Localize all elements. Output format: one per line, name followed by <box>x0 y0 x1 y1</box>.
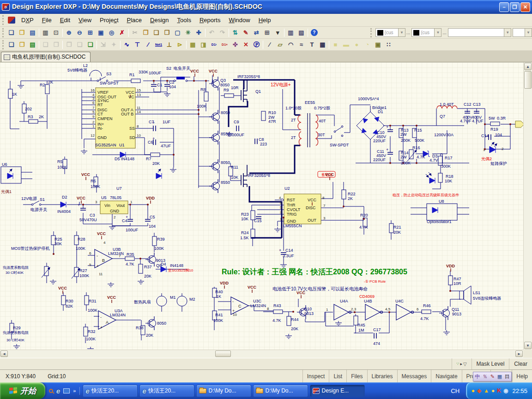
tray-icon-5[interactable]: ◉ <box>503 388 508 393</box>
dropdown-arrow-button[interactable]: ▾ <box>272 28 283 38</box>
quick-launch-overflow-chevron[interactable]: » <box>73 388 76 393</box>
place-bus-button[interactable]: ⊤ <box>132 40 143 50</box>
copy-button[interactable]: ❐ <box>140 28 151 38</box>
draw-arc-button[interactable]: ◠ <box>285 40 296 50</box>
tray-icon-1[interactable]: ◆ <box>477 388 481 393</box>
menu-item-window[interactable]: Window <box>224 15 254 25</box>
place-no-erc-button[interactable]: ✕ <box>241 40 251 50</box>
scale-combo-arrow[interactable]: ▼ <box>525 29 532 36</box>
place-net-label-button[interactable]: Net1 <box>153 40 164 50</box>
langbar-icon-3[interactable]: ▦ <box>497 374 502 380</box>
print-button[interactable]: ▥ <box>40 28 51 38</box>
panel-tab-messages[interactable]: Messages <box>397 370 431 382</box>
scroll-down-arrow[interactable]: ▼ <box>524 342 532 349</box>
draw-pie-button[interactable]: ◔ <box>362 40 373 50</box>
schematic-editor-area[interactable]: L25V8蜂鸣器S3SW-SPSTR1330K100UFC1C2104S2电鱼开… <box>0 62 532 358</box>
taskbar-window-1[interactable]: e快活王20... <box>139 385 194 397</box>
tray-icon-3[interactable]: ● <box>491 388 495 393</box>
draw-line-button[interactable]: ∕ <box>264 40 275 50</box>
save-all-button[interactable]: ▤ <box>27 40 38 50</box>
place-sheet-entry-button[interactable]: ◨ <box>198 40 209 50</box>
clear-button[interactable]: Clear <box>509 358 532 369</box>
vertical-scroll-thumb[interactable] <box>524 71 532 89</box>
draw-polygon-button[interactable]: ▱ <box>275 40 285 50</box>
close-button[interactable]: ✕ <box>520 2 530 12</box>
cut-button[interactable]: ✂ <box>130 28 140 38</box>
browse-library-button[interactable]: ▥ <box>285 28 296 38</box>
panel-tab-list[interactable]: List <box>329 370 346 382</box>
doc-tool-1-button[interactable]: ❏ <box>40 40 51 50</box>
langbar-icon-1[interactable]: ％ <box>483 373 488 380</box>
title-bar[interactable]: D Design Explorer DXP - D:\My Documents\… <box>0 0 532 14</box>
minimize-button[interactable]: – <box>499 2 509 12</box>
taskbar-window-3[interactable]: D:\My Do... <box>253 385 308 397</box>
import-tool-button[interactable]: ⇲ <box>98 40 109 50</box>
place-bus-entry-button[interactable]: ∕ <box>143 40 153 50</box>
tray-icon-2[interactable]: ▲ <box>484 388 489 393</box>
menu-item-reports[interactable]: Reports <box>195 15 225 25</box>
color-browse-1[interactable]: ... <box>406 30 410 35</box>
paste-array-tool-button[interactable]: ∷ <box>383 40 394 50</box>
save-document-button[interactable]: ▤ <box>27 28 38 38</box>
menu-item-dxp[interactable]: DXP <box>17 15 38 25</box>
place-sheet-symbol-button[interactable]: ▩ <box>187 40 198 50</box>
place-text-button[interactable]: T <box>307 40 317 50</box>
filter-combo-arrow[interactable]: ▼ <box>504 29 511 36</box>
doc-green-button[interactable]: ❏ <box>85 40 96 50</box>
ie-quick-icon[interactable]: e <box>56 387 60 395</box>
dxp-menu-icon[interactable] <box>8 17 15 24</box>
restore-button[interactable]: ❐ <box>510 2 520 12</box>
filter-combo[interactable]: ▼ <box>448 28 512 37</box>
taskbar-window-0[interactable]: e快活王20... <box>83 385 138 397</box>
search-quick-icon[interactable] <box>49 389 53 393</box>
taskbar-window-2[interactable]: D:\My Do... <box>196 385 251 397</box>
scale-combo[interactable]: ▼ <box>513 28 532 37</box>
draw-ellipse-button[interactable]: ● <box>351 40 362 50</box>
panel-tab-libraries[interactable]: Libraries <box>367 370 397 382</box>
scroll-right-arrow[interactable]: ► <box>515 351 523 357</box>
push-switch-s2[interactable] <box>176 77 185 79</box>
doc-tool-2-button[interactable]: ❒ <box>51 40 61 50</box>
color-toolbar-grip[interactable] <box>370 28 373 37</box>
undo-button[interactable]: ↶ <box>206 28 217 38</box>
show-desktop-icon[interactable] <box>63 388 70 393</box>
start-button[interactable]: 开始 <box>0 382 45 399</box>
menu-item-edit[interactable]: Edit <box>56 15 74 25</box>
panel-tab-inspect[interactable]: Inspect <box>302 370 329 382</box>
wiring-toolbar-grip[interactable] <box>2 40 5 49</box>
browse-library-alt-button[interactable]: ▧ <box>296 28 307 38</box>
print-preview-button[interactable]: ⊡ <box>51 28 61 38</box>
place-image-button[interactable]: ▣ <box>373 40 383 50</box>
zoom-out-button[interactable]: ⊖ <box>74 28 85 38</box>
paste-button[interactable]: ❑ <box>151 28 162 38</box>
panel-tab-help[interactable]: Help <box>512 370 532 382</box>
color-combo-2[interactable]: (cus▼ <box>411 28 441 37</box>
langbar-icon-4[interactable]: 目 <box>505 373 510 380</box>
grid-settings-button[interactable]: ⊞ <box>262 28 272 38</box>
place-wire-button[interactable]: ∿ <box>121 40 132 50</box>
color-combo-1[interactable]: (cus▼ <box>375 28 405 37</box>
clear-filter-button[interactable]: ✗ <box>117 28 127 38</box>
panel-tab-files[interactable]: Files <box>346 370 367 382</box>
color-browse-2[interactable]: ... <box>442 30 446 35</box>
open-any-document-button[interactable]: ❒ <box>17 40 27 50</box>
wizard-pen-button[interactable]: ✎ <box>241 28 251 38</box>
tray-icon-0[interactable]: ● <box>472 388 475 393</box>
new-document-button[interactable]: ❏ <box>6 28 17 38</box>
menu-item-place[interactable]: Place <box>123 15 146 25</box>
select-area-button[interactable]: ▢ <box>172 28 183 38</box>
place-probe-button[interactable]: ✜ <box>230 40 241 50</box>
help-button[interactable]: ? <box>309 28 320 38</box>
place-table-button[interactable]: ▦ <box>317 40 328 50</box>
draw-bezier-button[interactable]: ≈ <box>296 40 307 50</box>
taskbar-window-4[interactable]: DXPDesign E... <box>310 385 365 397</box>
horizontal-scrollbar[interactable]: ◄ ► <box>0 350 523 358</box>
langbar-icon-0[interactable]: 中 <box>475 373 480 380</box>
doc-tool-3-button[interactable]: ❐ <box>64 40 74 50</box>
menu-item-file[interactable]: File <box>38 15 56 25</box>
draw-round-rectangle-button[interactable]: ▬ <box>341 40 351 50</box>
language-indicator[interactable]: CH <box>447 387 464 394</box>
scroll-left-arrow[interactable]: ◄ <box>0 351 8 357</box>
language-bar[interactable]: 中％✎▦目 <box>473 372 512 381</box>
output-port[interactable] <box>515 121 523 127</box>
